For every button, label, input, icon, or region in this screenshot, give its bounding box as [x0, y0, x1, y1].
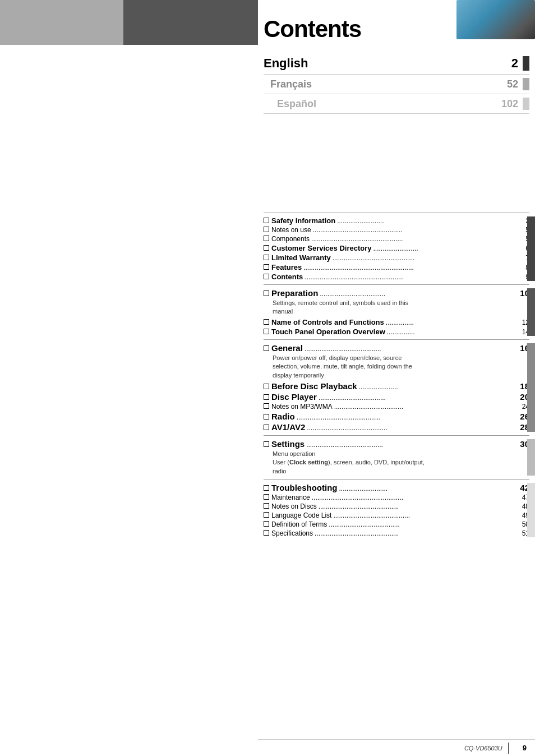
checkbox-touch-panel	[264, 329, 269, 334]
footer-model: CQ-VD6503U	[464, 745, 502, 752]
toc-label-av1av2: AV1/AV2	[271, 422, 305, 432]
toc-item-general: General ................................…	[264, 343, 529, 353]
toc-label-maintenance: Maintenance	[271, 494, 310, 501]
toc-dots-notes-on-use: ........................................…	[313, 226, 516, 234]
checkbox-disc-player	[264, 394, 269, 400]
toc-divider-group1	[264, 284, 529, 285]
toc-dots-customer-services: ........................	[373, 245, 516, 252]
lang-divider-2	[264, 94, 529, 94]
toc-label-specifications: Specifications	[271, 529, 313, 537]
toc-dots-preparation: ...................................	[320, 290, 516, 298]
checkbox-controls-functions	[264, 319, 269, 325]
toc-item-av1av2: AV1/AV2 ................................…	[264, 422, 529, 432]
toc-item-radio: Radio ..................................…	[264, 412, 529, 421]
toc-divider-top	[264, 213, 529, 213]
toc-item-components: Components .............................…	[264, 235, 529, 243]
group3-bar	[527, 343, 535, 432]
language-english-page: 2	[511, 56, 518, 71]
toc-dots-disc-player: ....................................	[319, 394, 516, 402]
language-espanol-row: Español 102	[264, 98, 529, 110]
toc-label-general: General	[271, 343, 303, 353]
language-english-label: English	[264, 56, 511, 71]
toc-item-settings: Settings ...............................…	[264, 439, 529, 449]
toc-dots-av1av2: ........................................…	[307, 424, 516, 432]
toc-label-components: Components	[271, 235, 310, 243]
checkbox-specifications	[264, 530, 269, 536]
header-area: Contents	[258, 0, 535, 45]
toc-label-safety-info: Safety Information	[271, 216, 335, 225]
toc-item-specifications: Specifications .........................…	[264, 529, 529, 537]
right-panel: Contents English 2 Français 52 Español 1…	[258, 0, 535, 756]
checkbox-contents	[264, 274, 269, 279]
checkbox-troubleshooting	[264, 485, 269, 491]
footer-separator	[508, 743, 509, 754]
toc-label-controls-functions: Name of Controls and Functions	[271, 318, 384, 326]
toc-dots-specifications: ........................................…	[315, 529, 516, 537]
toc-dots-safety-info: .........................	[337, 217, 516, 225]
group4-bar	[527, 439, 535, 476]
checkbox-before-disc	[264, 384, 269, 389]
toc-dots-language-code: ........................................…	[333, 511, 516, 519]
toc-item-before-disc: Before Disc Playback ...................…	[264, 381, 529, 391]
toc-dots-notes-discs: ........................................…	[319, 503, 516, 510]
toc-item-touch-panel: Touch Panel Operation Overview .........…	[264, 328, 529, 336]
toc-item-language-code: Language Code List .....................…	[264, 511, 529, 519]
toc-dots-touch-panel: ...............	[387, 328, 516, 336]
toc-divider-group4	[264, 479, 529, 480]
checkbox-general	[264, 345, 269, 351]
language-francais-page: 52	[507, 79, 518, 90]
toc-item-notes-mp3: Notes on MP3/WMA .......................…	[264, 403, 529, 411]
lang-divider-3	[264, 113, 529, 114]
toc-sub-preparation: Settings, remote control unit, symbols u…	[273, 299, 529, 316]
checkbox-customer-services	[264, 245, 269, 251]
toc-label-customer-services: Customer Services Directory	[271, 244, 371, 252]
language-espanol-bar	[523, 98, 529, 110]
toc-dots-contents: ........................................…	[305, 273, 516, 281]
toc-dots-notes-mp3: .....................................	[334, 403, 516, 411]
toc-label-notes-on-use: Notes on use	[271, 226, 311, 234]
toc-item-controls-functions: Name of Controls and Functions .........…	[264, 318, 529, 326]
toc-item-safety-info: Safety Information .....................…	[264, 216, 529, 225]
toc-item-customer-services: Customer Services Directory ............…	[264, 244, 529, 252]
group1-bar	[527, 216, 535, 281]
toc-item-troubleshooting: Troubleshooting ........................…	[264, 483, 529, 492]
toc-label-touch-panel: Touch Panel Operation Overview	[271, 328, 385, 336]
toc-dots-troubleshooting: ..........................	[339, 485, 517, 492]
checkbox-language-code	[264, 512, 269, 518]
toc-section: Safety Information .....................…	[258, 213, 535, 537]
checkbox-components	[264, 236, 269, 241]
language-francais-bar	[523, 78, 529, 90]
toc-dots-controls-functions: ...............	[386, 319, 516, 326]
toc-sub-settings: Menu operationUser (Clock setting), scre…	[273, 450, 529, 476]
toc-item-contents: Contents ...............................…	[264, 273, 529, 281]
toc-label-definition-terms: Definition of Terms	[271, 520, 327, 528]
toc-item-features: Features ...............................…	[264, 263, 529, 271]
toc-group-5: Troubleshooting ........................…	[264, 483, 529, 537]
toc-label-preparation: Preparation	[271, 288, 318, 298]
checkbox-notes-mp3	[264, 403, 269, 409]
toc-label-before-disc: Before Disc Playback	[271, 381, 357, 391]
toc-dots-radio: ........................................…	[297, 413, 516, 421]
toc-group-1: Safety Information .....................…	[264, 216, 529, 281]
toc-item-preparation: Preparation ............................…	[264, 288, 529, 298]
toc-label-contents: Contents	[271, 273, 303, 281]
left-panel	[0, 0, 258, 756]
toc-item-notes-discs: Notes on Discs .........................…	[264, 503, 529, 510]
toc-dots-settings: ........................................…	[306, 441, 516, 449]
toc-group-4: Settings ...............................…	[264, 439, 529, 476]
toc-label-notes-mp3: Notes on MP3/WMA	[271, 403, 333, 411]
language-english-bar	[523, 56, 529, 71]
group5-bar	[527, 483, 535, 537]
toc-divider-group2	[264, 339, 529, 340]
toc-dots-general: ........................................…	[305, 345, 516, 353]
toc-item-disc-player: Disc Player ............................…	[264, 392, 529, 402]
footer: CQ-VD6503U 9	[258, 739, 535, 756]
toc-item-definition-terms: Definition of Terms ....................…	[264, 520, 529, 528]
toc-group-3: General ................................…	[264, 343, 529, 432]
toc-sub-general: Power on/power off, display open/close, …	[273, 354, 529, 380]
toc-dots-features: ........................................…	[303, 264, 516, 271]
checkbox-maintenance	[264, 494, 269, 500]
group2-bar	[527, 288, 535, 336]
checkbox-notes-on-use	[264, 227, 269, 232]
toc-label-limited-warranty: Limited Warranty	[271, 253, 331, 262]
